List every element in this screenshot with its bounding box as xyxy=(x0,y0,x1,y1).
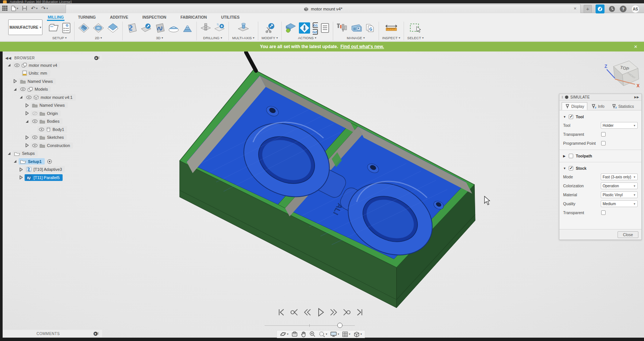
slider-handle[interactable] xyxy=(337,323,342,328)
tool-transparent-checkbox[interactable] xyxy=(601,132,606,137)
eye-icon[interactable] xyxy=(32,143,38,148)
orbit-button[interactable]: ▾ xyxy=(280,331,288,337)
comments-bar[interactable]: COMMENTS ● ‖ xyxy=(3,330,102,337)
multiaxis-contour-icon[interactable] xyxy=(237,23,249,33)
app-grid-icon[interactable] xyxy=(2,6,7,11)
select-icon[interactable] xyxy=(409,23,422,33)
notifications-button[interactable] xyxy=(607,4,616,13)
comments-expand-icon[interactable]: ● xyxy=(94,332,98,336)
drill-icon[interactable] xyxy=(200,23,211,33)
eye-icon[interactable] xyxy=(14,63,20,68)
post-process-icon[interactable]: G1G2 xyxy=(313,21,318,35)
ncprogram-icon[interactable]: G xyxy=(62,23,71,33)
zoom-button[interactable] xyxy=(309,331,316,337)
stock-material-dropdown[interactable]: Plastic Vinyl▼ xyxy=(601,191,638,198)
view-cube[interactable]: TOP FRONT Z X xyxy=(601,56,644,96)
save-icon[interactable] xyxy=(22,6,27,11)
tab-utilities[interactable]: UTILITIES xyxy=(220,14,240,21)
browser-options-icon[interactable]: ● xyxy=(94,56,98,60)
tab-display[interactable]: Display xyxy=(562,102,587,110)
play-button[interactable] xyxy=(315,307,326,318)
post-library-icon[interactable]: G xyxy=(365,23,375,33)
tab-turning[interactable]: TURNING xyxy=(77,14,97,21)
new-tab-button[interactable]: + xyxy=(584,5,592,13)
step-forward-button[interactable] xyxy=(328,307,339,318)
adaptive-clearing-icon[interactable] xyxy=(126,23,137,33)
toolpath-section-checkbox[interactable] xyxy=(569,154,573,158)
help-button[interactable]: ? xyxy=(619,4,628,13)
tab-fabrication[interactable]: FABRICATION xyxy=(180,14,208,21)
zoom-window-button[interactable]: ▾ xyxy=(319,331,327,337)
skip-to-start-button[interactable] xyxy=(276,307,287,318)
eye-icon[interactable] xyxy=(39,127,44,132)
tool-section-header[interactable]: ▼ Tool xyxy=(563,113,638,121)
stock-section-checkbox[interactable] xyxy=(569,166,573,170)
eye-off-icon[interactable] xyxy=(32,111,38,116)
step-back-button[interactable] xyxy=(302,307,313,318)
scallop-icon[interactable] xyxy=(168,23,179,33)
tree-row-models[interactable]: Models xyxy=(3,85,102,94)
skip-to-end-button[interactable] xyxy=(354,307,365,318)
dock-panel-icon[interactable]: ▶▶ xyxy=(634,96,639,99)
tree-row-setup1[interactable]: Setup1 xyxy=(3,157,102,166)
tab-info[interactable]: # Info xyxy=(588,102,608,110)
tree-row-body1[interactable]: Body1 xyxy=(3,125,102,134)
drill-pattern-icon[interactable] xyxy=(214,23,225,33)
grid-layout-button[interactable]: ▾ xyxy=(342,331,350,337)
banner-close-icon[interactable]: × xyxy=(634,43,637,50)
programmed-point-checkbox[interactable] xyxy=(601,141,606,146)
face-icon[interactable] xyxy=(107,23,119,33)
stock-colorization-dropdown[interactable]: Operation▼ xyxy=(601,182,638,189)
avatar[interactable]: AS xyxy=(631,5,640,13)
measure-icon[interactable] xyxy=(385,23,398,33)
tab-statistics[interactable]: # Statistics xyxy=(609,102,637,110)
tree-row-component-instance[interactable]: motor mount v4:1 xyxy=(3,93,102,101)
redo-icon[interactable]: ↷▾ xyxy=(41,5,48,11)
generate-icon[interactable] xyxy=(285,23,296,33)
new-setup-icon[interactable] xyxy=(48,23,59,33)
eye-icon[interactable] xyxy=(32,119,38,123)
tree-row-named-views[interactable]: Named Views xyxy=(3,77,102,85)
job-status-button[interactable] xyxy=(596,4,604,13)
banner-link[interactable]: Find out what's new. xyxy=(340,44,384,49)
pocket-clearing-icon[interactable] xyxy=(140,23,152,33)
tree-row-setups[interactable]: Setups xyxy=(3,150,102,158)
tool-dropdown[interactable]: Holder▼ xyxy=(601,122,638,129)
previous-operation-button[interactable] xyxy=(289,307,300,318)
collapse-panel-icon[interactable]: ◀◀ xyxy=(5,56,11,60)
trim-toolpath-icon[interactable] xyxy=(264,23,276,33)
file-menu-icon[interactable]: ▾ xyxy=(11,6,18,11)
tool-section-checkbox[interactable] xyxy=(569,115,573,119)
stock-quality-dropdown[interactable]: Medium▼ xyxy=(601,200,638,207)
close-button[interactable]: Close xyxy=(618,231,638,238)
stock-section-header[interactable]: ▼ Stock xyxy=(563,164,638,172)
tree-row-operation-adaptive[interactable]: [T10] Adaptive3 xyxy=(3,166,102,174)
workspace-switcher[interactable]: MANUFACTURE▾ xyxy=(8,19,42,35)
toolpath-section-header[interactable]: ▶ Toolpath xyxy=(563,152,638,160)
simulate-button[interactable] xyxy=(299,22,310,34)
setup-sheet-icon[interactable] xyxy=(321,23,329,33)
document-tab[interactable]: motor mount v4* × xyxy=(66,4,581,13)
tab-additive[interactable]: ADDITIVE xyxy=(109,14,129,21)
display-settings-button[interactable]: ▾ xyxy=(330,331,339,337)
tree-row-sketches[interactable]: Sketches xyxy=(3,134,102,142)
tree-row-bodies[interactable]: Bodies xyxy=(3,118,102,126)
tree-row-root[interactable]: motor mount v4 xyxy=(3,61,102,69)
close-tab-icon[interactable]: × xyxy=(572,6,578,12)
undo-icon[interactable]: ↶▾ xyxy=(31,5,38,11)
tool-library-icon[interactable] xyxy=(337,23,348,33)
eye-icon[interactable] xyxy=(32,135,38,140)
spiral-icon[interactable] xyxy=(182,23,193,33)
eye-icon[interactable] xyxy=(26,95,32,100)
tab-inspection[interactable]: INSPECTION xyxy=(142,14,167,21)
browser-header[interactable]: ◀◀ BROWSER ● ‖ xyxy=(3,54,102,61)
parallel-icon[interactable] xyxy=(154,23,165,33)
viewports-button[interactable]: ▾ xyxy=(353,331,362,337)
eye-icon[interactable] xyxy=(20,87,26,91)
tree-row-units[interactable]: Units: mm xyxy=(3,69,102,78)
stock-mode-dropdown[interactable]: Fast (3-axis only)▼ xyxy=(601,173,638,180)
pan-button[interactable] xyxy=(301,331,306,337)
machine-library-icon[interactable] xyxy=(350,23,362,33)
look-at-button[interactable] xyxy=(291,331,298,337)
stock-transparent-checkbox[interactable] xyxy=(601,210,606,215)
